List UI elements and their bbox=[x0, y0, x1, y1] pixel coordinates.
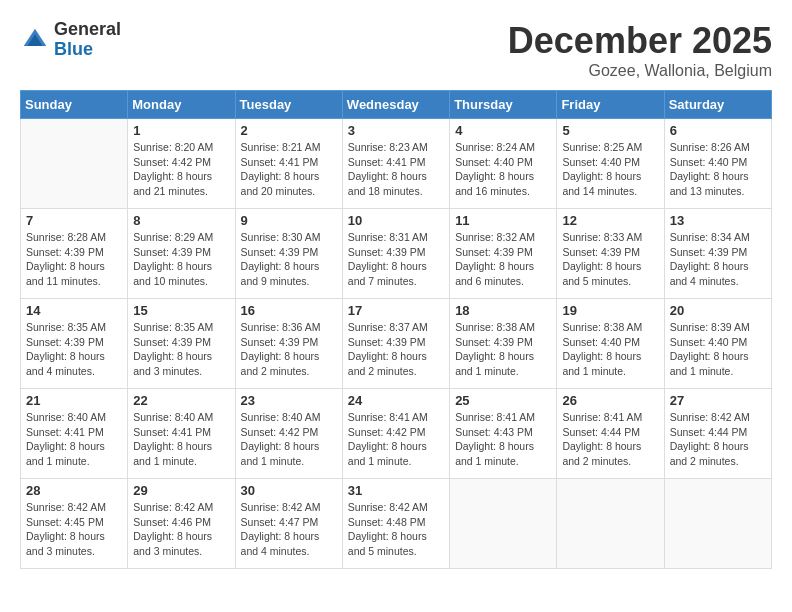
day-detail: Sunrise: 8:31 AMSunset: 4:39 PMDaylight:… bbox=[348, 230, 444, 289]
day-number: 29 bbox=[133, 483, 229, 498]
calendar-cell bbox=[450, 479, 557, 569]
day-detail: Sunrise: 8:39 AMSunset: 4:40 PMDaylight:… bbox=[670, 320, 766, 379]
day-detail: Sunrise: 8:30 AMSunset: 4:39 PMDaylight:… bbox=[241, 230, 337, 289]
day-number: 25 bbox=[455, 393, 551, 408]
day-number: 16 bbox=[241, 303, 337, 318]
day-number: 23 bbox=[241, 393, 337, 408]
day-number: 19 bbox=[562, 303, 658, 318]
day-detail: Sunrise: 8:25 AMSunset: 4:40 PMDaylight:… bbox=[562, 140, 658, 199]
weekday-header: Friday bbox=[557, 91, 664, 119]
calendar-cell: 28Sunrise: 8:42 AMSunset: 4:45 PMDayligh… bbox=[21, 479, 128, 569]
calendar-cell: 18Sunrise: 8:38 AMSunset: 4:39 PMDayligh… bbox=[450, 299, 557, 389]
day-number: 4 bbox=[455, 123, 551, 138]
calendar-cell: 6Sunrise: 8:26 AMSunset: 4:40 PMDaylight… bbox=[664, 119, 771, 209]
calendar-cell: 9Sunrise: 8:30 AMSunset: 4:39 PMDaylight… bbox=[235, 209, 342, 299]
calendar-cell: 31Sunrise: 8:42 AMSunset: 4:48 PMDayligh… bbox=[342, 479, 449, 569]
day-detail: Sunrise: 8:33 AMSunset: 4:39 PMDaylight:… bbox=[562, 230, 658, 289]
calendar-cell: 16Sunrise: 8:36 AMSunset: 4:39 PMDayligh… bbox=[235, 299, 342, 389]
calendar-cell: 19Sunrise: 8:38 AMSunset: 4:40 PMDayligh… bbox=[557, 299, 664, 389]
week-row: 1Sunrise: 8:20 AMSunset: 4:42 PMDaylight… bbox=[21, 119, 772, 209]
calendar: SundayMondayTuesdayWednesdayThursdayFrid… bbox=[20, 90, 772, 569]
calendar-cell: 23Sunrise: 8:40 AMSunset: 4:42 PMDayligh… bbox=[235, 389, 342, 479]
calendar-cell: 14Sunrise: 8:35 AMSunset: 4:39 PMDayligh… bbox=[21, 299, 128, 389]
calendar-cell: 7Sunrise: 8:28 AMSunset: 4:39 PMDaylight… bbox=[21, 209, 128, 299]
day-number: 21 bbox=[26, 393, 122, 408]
calendar-cell: 27Sunrise: 8:42 AMSunset: 4:44 PMDayligh… bbox=[664, 389, 771, 479]
day-detail: Sunrise: 8:40 AMSunset: 4:42 PMDaylight:… bbox=[241, 410, 337, 469]
day-detail: Sunrise: 8:40 AMSunset: 4:41 PMDaylight:… bbox=[133, 410, 229, 469]
day-detail: Sunrise: 8:37 AMSunset: 4:39 PMDaylight:… bbox=[348, 320, 444, 379]
day-detail: Sunrise: 8:35 AMSunset: 4:39 PMDaylight:… bbox=[26, 320, 122, 379]
location: Gozee, Wallonia, Belgium bbox=[508, 62, 772, 80]
calendar-cell: 25Sunrise: 8:41 AMSunset: 4:43 PMDayligh… bbox=[450, 389, 557, 479]
day-number: 15 bbox=[133, 303, 229, 318]
day-detail: Sunrise: 8:21 AMSunset: 4:41 PMDaylight:… bbox=[241, 140, 337, 199]
week-row: 21Sunrise: 8:40 AMSunset: 4:41 PMDayligh… bbox=[21, 389, 772, 479]
weekday-header: Wednesday bbox=[342, 91, 449, 119]
weekday-header: Sunday bbox=[21, 91, 128, 119]
day-number: 17 bbox=[348, 303, 444, 318]
calendar-cell: 15Sunrise: 8:35 AMSunset: 4:39 PMDayligh… bbox=[128, 299, 235, 389]
calendar-cell bbox=[557, 479, 664, 569]
day-detail: Sunrise: 8:40 AMSunset: 4:41 PMDaylight:… bbox=[26, 410, 122, 469]
day-number: 31 bbox=[348, 483, 444, 498]
day-number: 3 bbox=[348, 123, 444, 138]
weekday-header: Saturday bbox=[664, 91, 771, 119]
calendar-cell: 21Sunrise: 8:40 AMSunset: 4:41 PMDayligh… bbox=[21, 389, 128, 479]
calendar-cell: 11Sunrise: 8:32 AMSunset: 4:39 PMDayligh… bbox=[450, 209, 557, 299]
calendar-cell: 22Sunrise: 8:40 AMSunset: 4:41 PMDayligh… bbox=[128, 389, 235, 479]
day-number: 11 bbox=[455, 213, 551, 228]
day-number: 7 bbox=[26, 213, 122, 228]
day-detail: Sunrise: 8:41 AMSunset: 4:42 PMDaylight:… bbox=[348, 410, 444, 469]
calendar-cell: 1Sunrise: 8:20 AMSunset: 4:42 PMDaylight… bbox=[128, 119, 235, 209]
day-number: 6 bbox=[670, 123, 766, 138]
day-number: 27 bbox=[670, 393, 766, 408]
calendar-cell: 12Sunrise: 8:33 AMSunset: 4:39 PMDayligh… bbox=[557, 209, 664, 299]
day-detail: Sunrise: 8:28 AMSunset: 4:39 PMDaylight:… bbox=[26, 230, 122, 289]
calendar-header-row: SundayMondayTuesdayWednesdayThursdayFrid… bbox=[21, 91, 772, 119]
day-detail: Sunrise: 8:42 AMSunset: 4:48 PMDaylight:… bbox=[348, 500, 444, 559]
calendar-cell: 29Sunrise: 8:42 AMSunset: 4:46 PMDayligh… bbox=[128, 479, 235, 569]
day-number: 22 bbox=[133, 393, 229, 408]
day-number: 1 bbox=[133, 123, 229, 138]
month-title: December 2025 bbox=[508, 20, 772, 62]
logo: General Blue bbox=[20, 20, 121, 60]
calendar-cell: 8Sunrise: 8:29 AMSunset: 4:39 PMDaylight… bbox=[128, 209, 235, 299]
day-detail: Sunrise: 8:42 AMSunset: 4:45 PMDaylight:… bbox=[26, 500, 122, 559]
day-number: 26 bbox=[562, 393, 658, 408]
day-number: 12 bbox=[562, 213, 658, 228]
day-number: 24 bbox=[348, 393, 444, 408]
day-number: 28 bbox=[26, 483, 122, 498]
weekday-header: Tuesday bbox=[235, 91, 342, 119]
logo-general: General bbox=[54, 20, 121, 40]
day-number: 13 bbox=[670, 213, 766, 228]
day-number: 18 bbox=[455, 303, 551, 318]
day-detail: Sunrise: 8:42 AMSunset: 4:47 PMDaylight:… bbox=[241, 500, 337, 559]
day-number: 9 bbox=[241, 213, 337, 228]
calendar-cell: 5Sunrise: 8:25 AMSunset: 4:40 PMDaylight… bbox=[557, 119, 664, 209]
day-detail: Sunrise: 8:20 AMSunset: 4:42 PMDaylight:… bbox=[133, 140, 229, 199]
day-detail: Sunrise: 8:35 AMSunset: 4:39 PMDaylight:… bbox=[133, 320, 229, 379]
day-number: 20 bbox=[670, 303, 766, 318]
day-detail: Sunrise: 8:24 AMSunset: 4:40 PMDaylight:… bbox=[455, 140, 551, 199]
title-block: December 2025 Gozee, Wallonia, Belgium bbox=[508, 20, 772, 80]
day-detail: Sunrise: 8:34 AMSunset: 4:39 PMDaylight:… bbox=[670, 230, 766, 289]
calendar-cell: 17Sunrise: 8:37 AMSunset: 4:39 PMDayligh… bbox=[342, 299, 449, 389]
day-number: 10 bbox=[348, 213, 444, 228]
calendar-cell bbox=[664, 479, 771, 569]
day-detail: Sunrise: 8:26 AMSunset: 4:40 PMDaylight:… bbox=[670, 140, 766, 199]
logo-icon bbox=[20, 25, 50, 55]
calendar-cell: 30Sunrise: 8:42 AMSunset: 4:47 PMDayligh… bbox=[235, 479, 342, 569]
day-detail: Sunrise: 8:41 AMSunset: 4:43 PMDaylight:… bbox=[455, 410, 551, 469]
logo-text: General Blue bbox=[54, 20, 121, 60]
calendar-cell: 26Sunrise: 8:41 AMSunset: 4:44 PMDayligh… bbox=[557, 389, 664, 479]
calendar-cell: 20Sunrise: 8:39 AMSunset: 4:40 PMDayligh… bbox=[664, 299, 771, 389]
week-row: 28Sunrise: 8:42 AMSunset: 4:45 PMDayligh… bbox=[21, 479, 772, 569]
day-number: 8 bbox=[133, 213, 229, 228]
week-row: 7Sunrise: 8:28 AMSunset: 4:39 PMDaylight… bbox=[21, 209, 772, 299]
page-header: General Blue December 2025 Gozee, Wallon… bbox=[20, 20, 772, 80]
day-detail: Sunrise: 8:32 AMSunset: 4:39 PMDaylight:… bbox=[455, 230, 551, 289]
day-detail: Sunrise: 8:29 AMSunset: 4:39 PMDaylight:… bbox=[133, 230, 229, 289]
day-detail: Sunrise: 8:41 AMSunset: 4:44 PMDaylight:… bbox=[562, 410, 658, 469]
day-number: 14 bbox=[26, 303, 122, 318]
